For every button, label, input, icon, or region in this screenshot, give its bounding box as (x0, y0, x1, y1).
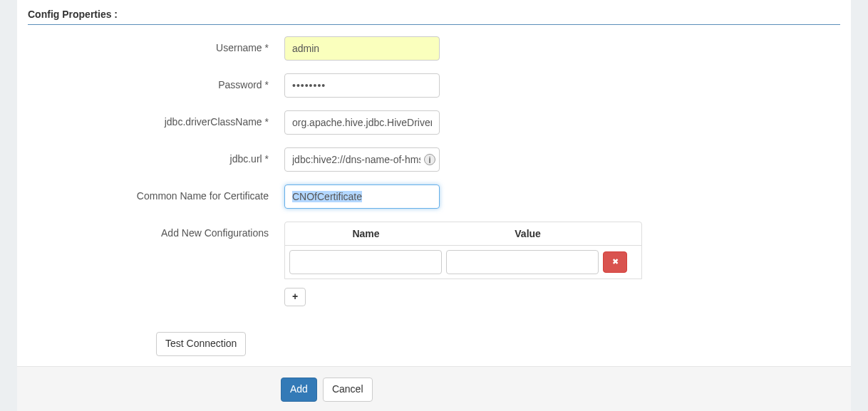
remove-row-button[interactable]: ✖ (603, 251, 627, 273)
row-cncert: Common Name for Certificate (28, 184, 840, 209)
config-value-input[interactable] (446, 250, 599, 274)
label-addnewconfigs: Add New Configurations (28, 222, 284, 239)
new-configs-table: Name Value ✖ (284, 222, 642, 279)
info-icon: i (424, 154, 435, 165)
label-password: Password * (28, 73, 284, 90)
label-username: Username * (28, 36, 284, 53)
label-jdbcurl: jdbc.url * (28, 147, 284, 165)
add-button[interactable]: Add (281, 378, 317, 402)
row-driverclass: jdbc.driverClassName * (28, 110, 840, 135)
row-username: Username * (28, 36, 840, 61)
password-field[interactable] (284, 73, 440, 98)
config-name-input[interactable] (289, 250, 442, 274)
table-header: Name Value (285, 222, 641, 245)
footer-bar: Add Cancel (17, 366, 851, 411)
row-password: Password * (28, 73, 840, 98)
cncert-field[interactable] (284, 184, 440, 209)
header-value: Value (447, 222, 609, 245)
row-jdbcurl: jdbc.url * i (28, 147, 840, 172)
header-action (609, 222, 641, 245)
remove-icon: ✖ (612, 256, 619, 268)
section-title: Config Properties : (28, 9, 840, 25)
label-driverclass: jdbc.driverClassName * (28, 110, 284, 128)
row-addnewconfigs: Add New Configurations Name Value ✖ (28, 222, 840, 319)
label-cncert: Common Name for Certificate (28, 184, 284, 202)
add-row-button[interactable]: + (284, 288, 306, 306)
plus-icon: + (292, 290, 298, 304)
cancel-button[interactable]: Cancel (323, 378, 373, 402)
driverclass-field[interactable] (284, 110, 440, 135)
jdbcurl-field[interactable] (284, 147, 440, 172)
table-row: ✖ (285, 245, 641, 279)
header-name: Name (285, 222, 447, 245)
username-field[interactable] (284, 36, 440, 61)
test-connection-button[interactable]: Test Connection (156, 332, 246, 356)
config-panel: Config Properties : Username * Password … (17, 0, 851, 411)
